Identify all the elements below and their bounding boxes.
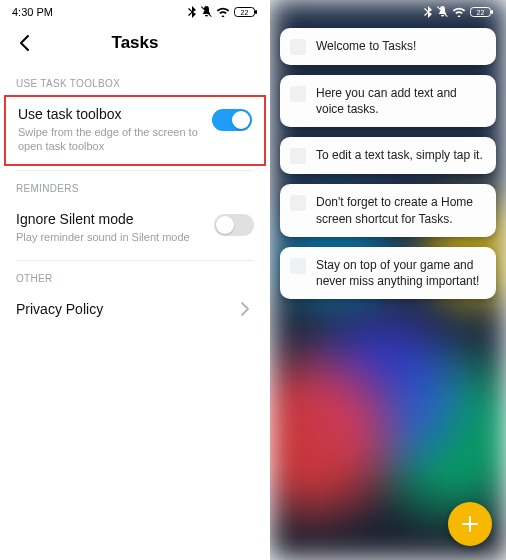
task-text: Don't forget to create a Home screen sho… <box>316 194 484 226</box>
task-text: Stay on top of your game and never miss … <box>316 257 484 289</box>
plus-icon <box>460 514 480 534</box>
chevron-right-icon <box>236 300 254 318</box>
task-checkbox[interactable] <box>290 39 306 55</box>
task-card[interactable]: Stay on top of your game and never miss … <box>280 247 496 299</box>
row-title: Privacy Policy <box>16 300 236 318</box>
status-icons: 22 <box>188 6 258 18</box>
page-title: Tasks <box>14 33 256 53</box>
task-checkbox[interactable] <box>290 148 306 164</box>
right-status-bar: . 22 <box>270 0 506 24</box>
use-task-toolbox-toggle[interactable] <box>212 109 252 131</box>
task-text: To edit a text task, simply tap it. <box>316 147 483 163</box>
task-card[interactable]: Welcome to Tasks! <box>280 28 496 65</box>
privacy-policy-row[interactable]: Privacy Policy <box>0 290 270 330</box>
task-list: Welcome to Tasks! Here you can add text … <box>270 0 506 560</box>
svg-rect-5 <box>491 10 493 14</box>
row-subtitle: Play reminder sound in Silent mode <box>16 230 206 244</box>
add-task-button[interactable] <box>448 502 492 546</box>
use-task-toolbox-row[interactable]: Use task toolbox Swipe from the edge of … <box>18 105 204 154</box>
task-card[interactable]: Here you can add text and voice tasks. <box>280 75 496 127</box>
bluetooth-icon <box>188 6 197 18</box>
tasks-screen: . 22 Welcome to Tasks! Here you can add … <box>270 0 506 560</box>
highlight-box: Use task toolbox Swipe from the edge of … <box>4 95 266 166</box>
status-icons: 22 <box>424 6 494 18</box>
settings-screen: 4:30 PM 22 Tasks USE TASK TOOLBOX Use ta… <box>0 0 270 560</box>
status-time: 4:30 PM <box>12 6 53 18</box>
task-card[interactable]: Don't forget to create a Home screen sho… <box>280 184 496 236</box>
silent-icon <box>201 6 212 18</box>
battery-icon: 22 <box>470 6 494 18</box>
task-checkbox[interactable] <box>290 258 306 274</box>
left-status-bar: 4:30 PM 22 <box>0 0 270 24</box>
silent-icon <box>437 6 448 18</box>
section-label-other: OTHER <box>0 261 270 290</box>
header: Tasks <box>0 24 270 66</box>
ignore-silent-mode-toggle[interactable] <box>214 214 254 236</box>
row-subtitle: Swipe from the edge of the screen to ope… <box>18 125 204 154</box>
wifi-icon <box>216 7 230 17</box>
svg-text:22: 22 <box>477 9 485 16</box>
task-checkbox[interactable] <box>290 86 306 102</box>
ignore-silent-mode-row[interactable]: Ignore Silent mode Play reminder sound i… <box>0 200 270 256</box>
svg-text:22: 22 <box>241 9 249 16</box>
task-checkbox[interactable] <box>290 195 306 211</box>
bluetooth-icon <box>424 6 433 18</box>
row-title: Ignore Silent mode <box>16 210 206 228</box>
task-text: Welcome to Tasks! <box>316 38 416 54</box>
task-text: Here you can add text and voice tasks. <box>316 85 484 117</box>
section-label-toolbox: USE TASK TOOLBOX <box>0 66 270 95</box>
wifi-icon <box>452 7 466 17</box>
svg-rect-2 <box>255 10 257 14</box>
battery-icon: 22 <box>234 6 258 18</box>
task-card[interactable]: To edit a text task, simply tap it. <box>280 137 496 174</box>
row-title: Use task toolbox <box>18 105 204 123</box>
section-label-reminders: REMINDERS <box>0 171 270 200</box>
